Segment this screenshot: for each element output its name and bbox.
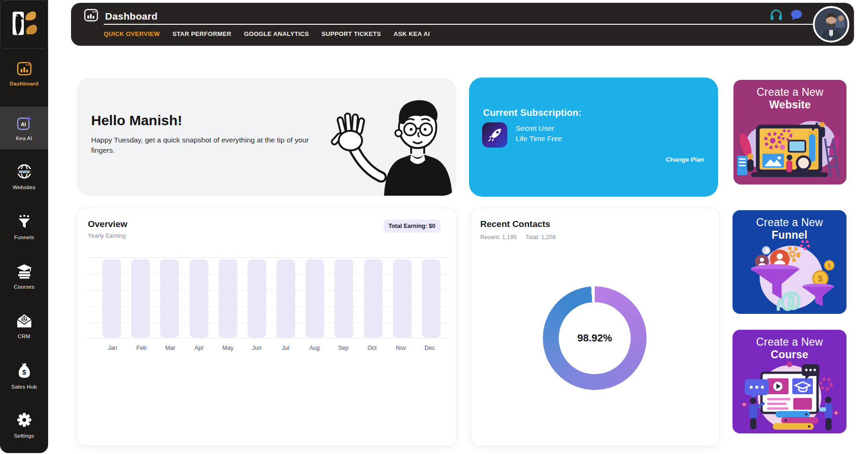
donut-hole: 98.92% — [559, 302, 631, 374]
funnel-icon — [17, 214, 32, 231]
page-title: Dashboard — [105, 11, 157, 22]
app-logo[interactable] — [0, 0, 48, 49]
chart-bar-jun — [248, 259, 266, 338]
dashboard-icon — [17, 62, 32, 78]
sidebar-item-funnels[interactable]: Funnels — [0, 206, 48, 248]
bars-row — [102, 259, 441, 338]
kea-logo-icon — [10, 9, 39, 40]
sidebar-item-dashboard[interactable]: Dashboard — [0, 52, 48, 95]
sidebar-item-websites[interactable]: www Websites — [0, 155, 48, 198]
sidebar-item-label: Courses — [14, 284, 34, 290]
chart-bar-sep — [334, 259, 353, 338]
website-illustration — [733, 112, 847, 183]
chart-bar-oct — [364, 259, 383, 338]
tab-quick-overview[interactable]: QUICK OVERVIEW — [104, 30, 160, 37]
recent-contacts-card: Recent Contacts Recent: 1,195 Total: 1,2… — [471, 208, 719, 446]
subscription-card: Current Subscription: Secret User Life T… — [469, 78, 718, 197]
money-bag-icon: $ — [16, 362, 32, 381]
header-tabs: QUICK OVERVIEW STAR PERFORMER GOOGLE ANA… — [104, 30, 430, 37]
sidebar-item-label: Sales Hub — [11, 384, 37, 390]
contacts-total-count: Total: 1,208 — [526, 234, 556, 241]
axis-label: Nov — [391, 345, 411, 351]
overview-subtitle: Yearly Earning — [88, 233, 126, 239]
sidebar: Dashboard AI Kea AI www Web — [0, 0, 48, 453]
chart-bar-feb — [131, 259, 150, 338]
create-website-card[interactable]: Create a New Website — [733, 80, 847, 184]
sidebar-item-kea-ai[interactable]: AI Kea AI — [0, 106, 48, 149]
greeting-message: Happy Tuesday, get a quick snapshot of e… — [91, 135, 315, 156]
axis-label: Jul — [275, 345, 296, 351]
chart-bar-aug — [306, 259, 324, 338]
courses-icon — [16, 264, 33, 281]
sidebar-item-crm[interactable]: CRM — [0, 305, 48, 348]
axis-label: Sep — [333, 345, 354, 351]
chart-bar-nov — [393, 259, 412, 338]
overview-card: Overview Yearly Earning Total Earning: $… — [77, 208, 456, 446]
chart-bar-apr — [190, 259, 208, 338]
sidebar-item-label: Dashboard — [10, 81, 39, 86]
rocket-icon — [482, 122, 507, 148]
chart-bar-may — [219, 259, 237, 338]
svg-text:$: $ — [22, 368, 26, 376]
user-avatar[interactable] — [813, 6, 849, 43]
sidebar-item-label: Websites — [13, 184, 36, 190]
axis-label: Apr — [189, 345, 209, 351]
yearly-earning-bar-chart — [87, 257, 447, 338]
gear-icon — [16, 412, 32, 430]
axis-label: Feb — [131, 345, 152, 351]
svg-text:$: $ — [818, 274, 823, 284]
tab-star-performer[interactable]: STAR PERFORMER — [172, 30, 231, 37]
title-row: Dashboard — [84, 9, 157, 23]
sidebar-item-label: Settings — [14, 433, 34, 439]
waving-person-illustration — [329, 97, 456, 196]
axis-label: May — [218, 345, 238, 351]
globe-www-icon: www — [16, 163, 33, 181]
axis-label: Aug — [304, 345, 325, 351]
chart-bar-jul — [277, 259, 295, 338]
chart-bar-dec — [422, 259, 441, 338]
header-icons — [770, 9, 803, 23]
promo-prefix: Create a New — [733, 86, 847, 99]
axis-label: Dec — [420, 345, 440, 351]
sidebar-item-courses[interactable]: Courses — [0, 255, 48, 298]
subscription-heading: Current Subscription: — [483, 107, 582, 118]
total-earning-badge: Total Earning: $0 — [384, 220, 441, 233]
svg-text:AI: AI — [21, 121, 26, 127]
sidebar-item-label: Kea AI — [16, 135, 32, 141]
sidebar-item-sales-hub[interactable]: $ Sales Hub — [0, 354, 48, 397]
sidebar-item-settings[interactable]: Settings — [0, 404, 48, 447]
funnel-illustration: $ $ — [733, 237, 847, 312]
headset-icon[interactable] — [770, 9, 783, 23]
contacts-stats: Recent: 1,195 Total: 1,208 — [480, 234, 555, 241]
tab-google-analytics[interactable]: GOOGLE ANALYTICS — [244, 30, 309, 37]
chart-baseline — [87, 338, 447, 338]
axis-label: Oct — [362, 345, 382, 351]
contacts-donut-chart: 98.92% — [543, 286, 647, 390]
top-bar: Dashboard QUICK OVERVIEW STAR PERFORMER … — [71, 3, 854, 46]
sidebar-item-label: CRM — [18, 333, 30, 339]
subscription-user: Secret User — [516, 124, 554, 133]
crm-envelope-icon — [16, 313, 33, 330]
chart-bar-jan — [102, 259, 121, 338]
tab-support-tickets[interactable]: SUPPORT TICKETS — [321, 30, 381, 37]
sidebar-item-label: Funnels — [14, 234, 34, 240]
change-plan-link[interactable]: Change Plan — [666, 156, 704, 163]
axis-label: Jun — [247, 345, 267, 351]
promo-name: Website — [733, 99, 847, 111]
chart-bar-mar — [160, 259, 179, 338]
chat-bubble-icon[interactable] — [790, 9, 803, 23]
donut-percent-label: 98.92% — [577, 332, 612, 344]
gridline — [87, 257, 447, 258]
create-funnel-card[interactable]: Create a New Funnel $ $ — [733, 210, 847, 314]
svg-text:$: $ — [828, 262, 831, 269]
dashboard-app: Dashboard AI Kea AI www Web — [0, 0, 868, 454]
subscription-plan: Life Time Free — [516, 135, 562, 143]
kea-ai-icon: AI — [16, 115, 32, 132]
create-course-card[interactable]: Create a New Course — [733, 330, 847, 433]
course-illustration — [733, 357, 847, 432]
tab-ask-kea-ai[interactable]: ASK KEA AI — [394, 30, 430, 37]
title-underline — [104, 24, 815, 25]
greeting-card: Hello Manish! Happy Tuesday, get a quick… — [77, 78, 456, 196]
window-chart-icon — [84, 9, 98, 23]
month-axis-labels: Jan Feb Mar Apr May Jun Jul Aug Sep Oct … — [102, 345, 440, 351]
